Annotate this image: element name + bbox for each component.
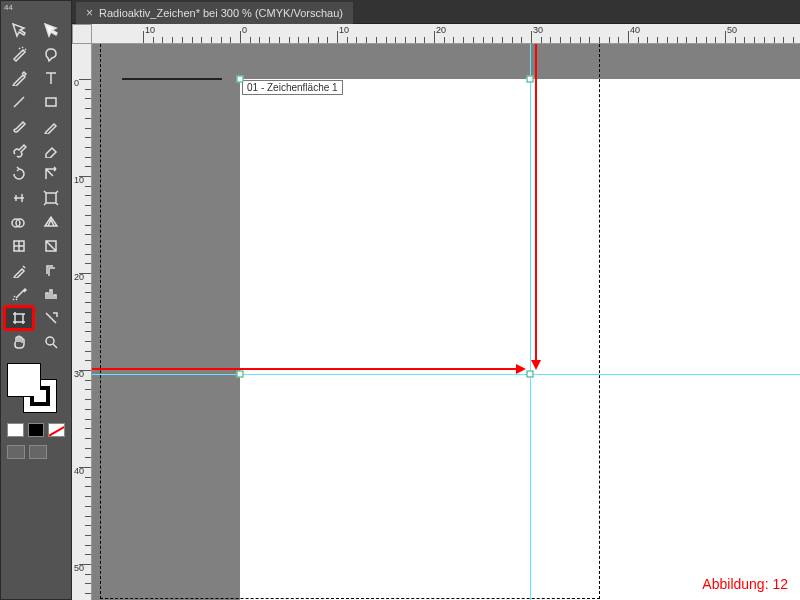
- blend-icon: [43, 262, 59, 278]
- artboard-tool[interactable]: [5, 307, 33, 329]
- annotation-arrow-vertical: [535, 44, 537, 362]
- lasso-tool[interactable]: [37, 43, 65, 65]
- selection-icon: [11, 22, 27, 38]
- guide-horizontal[interactable]: [92, 374, 800, 375]
- color-mode-row: [1, 419, 71, 441]
- symbol-sprayer-icon: [11, 286, 27, 302]
- artboard[interactable]: [240, 79, 800, 600]
- ruler-h-label: 10: [145, 25, 155, 35]
- eyedropper-icon: [11, 262, 27, 278]
- draw-screen-modes: [1, 441, 71, 463]
- draw-mode-icon[interactable]: [7, 445, 25, 459]
- hand-tool[interactable]: [5, 331, 33, 353]
- free-transform-icon: [43, 190, 59, 206]
- mesh-tool[interactable]: [5, 235, 33, 257]
- color-none-icon[interactable]: [48, 423, 65, 437]
- ruler-h-label: 50: [727, 25, 737, 35]
- ruler-h-label: 20: [436, 25, 446, 35]
- artboard-icon: [11, 310, 27, 326]
- direct-selection-icon: [43, 22, 59, 38]
- column-graph-tool[interactable]: [37, 283, 65, 305]
- tools-grid: [1, 15, 71, 357]
- blend-tool[interactable]: [37, 259, 65, 281]
- ruler-h-label: 40: [630, 25, 640, 35]
- pasteboard: 01 - Zeichenfläche 1: [92, 44, 800, 600]
- line-segment-icon: [11, 94, 27, 110]
- free-transform-tool[interactable]: [37, 187, 65, 209]
- tools-panel-header: 44: [1, 1, 71, 15]
- blob-brush-icon: [11, 142, 27, 158]
- ruler-horizontal[interactable]: 1001020304050: [92, 24, 800, 44]
- width-tool[interactable]: [5, 187, 33, 209]
- ruler-area: 1001020304050 01020304050 01 - Zeichenfl…: [72, 24, 800, 600]
- shape-builder-tool[interactable]: [5, 211, 33, 233]
- document-tab[interactable]: × Radioaktiv_Zeichen* bei 300 % (CMYK/Vo…: [76, 2, 353, 24]
- width-icon: [11, 190, 27, 206]
- eraser-icon: [43, 142, 59, 158]
- paintbrush-tool[interactable]: [5, 115, 33, 137]
- ruler-h-label: 30: [533, 25, 543, 35]
- document-tab-title: Radioaktiv_Zeichen* bei 300 % (CMYK/Vors…: [99, 7, 343, 19]
- scale-icon: [43, 166, 59, 182]
- zoom-icon: [43, 334, 59, 350]
- ruler-h-label: 10: [339, 25, 349, 35]
- selection-handle[interactable]: [237, 371, 244, 378]
- artboard-label[interactable]: 01 - Zeichenfläche 1: [242, 80, 343, 95]
- document-area: × Radioaktiv_Zeichen* bei 300 % (CMYK/Vo…: [72, 0, 800, 600]
- eraser-tool[interactable]: [37, 139, 65, 161]
- pencil-tool[interactable]: [37, 115, 65, 137]
- rotate-tool[interactable]: [5, 163, 33, 185]
- close-icon[interactable]: ×: [86, 6, 93, 20]
- blob-brush-tool[interactable]: [5, 139, 33, 161]
- zoom-tool[interactable]: [37, 331, 65, 353]
- ruler-v-label: 20: [74, 272, 84, 282]
- document-tab-bar: × Radioaktiv_Zeichen* bei 300 % (CMYK/Vo…: [72, 0, 800, 24]
- line-segment-tool[interactable]: [5, 91, 33, 113]
- eyedropper-tool[interactable]: [5, 259, 33, 281]
- selection-tool[interactable]: [5, 19, 33, 41]
- annotation-arrow-horizontal: [92, 368, 518, 370]
- ruler-v-label: 0: [74, 78, 79, 88]
- color-white-icon[interactable]: [7, 423, 24, 437]
- screen-mode-icon[interactable]: [29, 445, 47, 459]
- pen-tool[interactable]: [5, 67, 33, 89]
- ruler-origin-corner[interactable]: [72, 24, 92, 44]
- hand-icon: [11, 334, 27, 350]
- ruler-v-label: 40: [74, 466, 84, 476]
- canvas-viewport[interactable]: 01 - Zeichenfläche 1: [92, 44, 800, 600]
- tools-panel: 44: [0, 0, 72, 600]
- scale-tool[interactable]: [37, 163, 65, 185]
- rectangle-tool[interactable]: [37, 91, 65, 113]
- ruler-v-label: 30: [74, 369, 84, 379]
- perspective-grid-tool[interactable]: [37, 211, 65, 233]
- symbol-sprayer-tool[interactable]: [5, 283, 33, 305]
- column-graph-icon: [43, 286, 59, 302]
- selection-handle[interactable]: [527, 76, 534, 83]
- slice-icon: [43, 310, 59, 326]
- pencil-icon: [43, 118, 59, 134]
- slice-tool[interactable]: [37, 307, 65, 329]
- guide-vertical[interactable]: [530, 44, 531, 600]
- selection-handle[interactable]: [237, 76, 244, 83]
- magic-wand-icon: [11, 46, 27, 62]
- perspective-grid-icon: [43, 214, 59, 230]
- gradient-icon: [43, 238, 59, 254]
- shape-builder-icon: [11, 214, 27, 230]
- paintbrush-icon: [11, 118, 27, 134]
- rotate-icon: [11, 166, 27, 182]
- selection-handle[interactable]: [527, 371, 534, 378]
- ruler-vertical[interactable]: 01020304050: [72, 44, 92, 600]
- ruler-h-label: 0: [242, 25, 247, 35]
- gradient-tool[interactable]: [37, 235, 65, 257]
- color-black-icon[interactable]: [28, 423, 45, 437]
- selection-top-line: [122, 78, 222, 80]
- direct-selection-tool[interactable]: [37, 19, 65, 41]
- type-tool[interactable]: [37, 67, 65, 89]
- ruler-v-label: 10: [74, 175, 84, 185]
- fill-stroke-swatch[interactable]: [1, 357, 71, 419]
- ruler-v-label: 50: [74, 563, 84, 573]
- magic-wand-tool[interactable]: [5, 43, 33, 65]
- type-icon: [43, 70, 59, 86]
- figure-caption: Abbildung: 12: [702, 576, 788, 592]
- lasso-icon: [43, 46, 59, 62]
